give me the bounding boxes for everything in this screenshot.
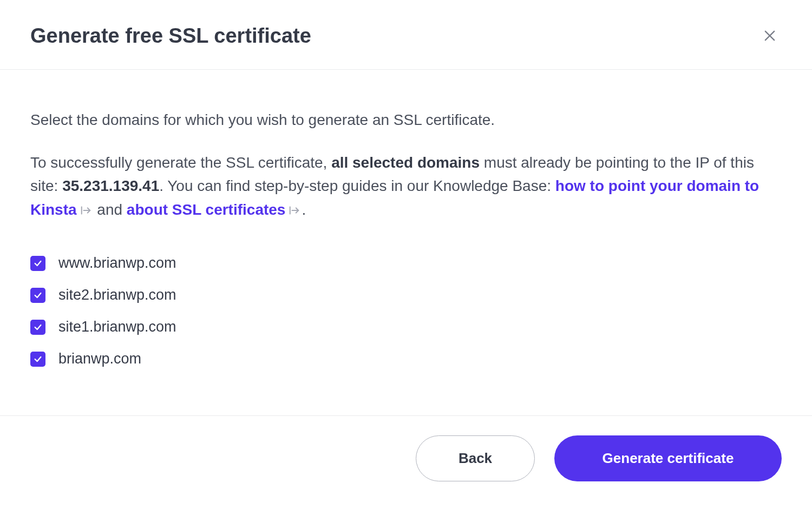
external-link-icon xyxy=(289,199,300,222)
domain-list: www.brianwp.com site2.brianwp.com site1.… xyxy=(30,255,782,367)
domain-checkbox[interactable] xyxy=(30,256,45,271)
detail-ip: 35.231.139.41 xyxy=(62,177,159,194)
close-icon xyxy=(762,28,777,43)
back-button[interactable]: Back xyxy=(416,435,535,481)
domain-label: brianwp.com xyxy=(58,351,141,367)
domain-row: brianwp.com xyxy=(30,351,782,367)
check-icon xyxy=(34,291,42,300)
detail-prefix: To successfully generate the SSL certifi… xyxy=(30,154,331,171)
detail-bold-domains: all selected domains xyxy=(331,154,480,171)
domain-label: site1.brianwp.com xyxy=(58,319,176,335)
detail-conjunction: and xyxy=(93,201,127,218)
domain-label: www.brianwp.com xyxy=(58,255,176,272)
check-icon xyxy=(34,259,42,268)
domain-row: www.brianwp.com xyxy=(30,255,782,272)
external-link-icon xyxy=(80,199,92,222)
generate-certificate-button[interactable]: Generate certificate xyxy=(554,435,782,481)
domain-row: site2.brianwp.com xyxy=(30,287,782,303)
detail-mid2: . You can find step-by-step guides in ou… xyxy=(159,177,555,194)
domain-label: site2.brianwp.com xyxy=(58,287,176,303)
check-icon xyxy=(34,355,42,363)
link-about-ssl[interactable]: about SSL certificates xyxy=(127,201,286,218)
domain-checkbox[interactable] xyxy=(30,320,45,335)
page-title: Generate free SSL certificate xyxy=(30,24,311,48)
domain-row: site1.brianwp.com xyxy=(30,319,782,335)
detail-end: . xyxy=(302,201,306,218)
instruction-text: Select the domains for which you wish to… xyxy=(30,109,782,131)
footer: Back Generate certificate xyxy=(0,415,812,529)
close-button[interactable] xyxy=(758,24,782,48)
domain-checkbox[interactable] xyxy=(30,352,45,367)
domain-checkbox[interactable] xyxy=(30,288,45,303)
check-icon xyxy=(34,323,42,332)
detail-text: To successfully generate the SSL certifi… xyxy=(30,151,782,222)
